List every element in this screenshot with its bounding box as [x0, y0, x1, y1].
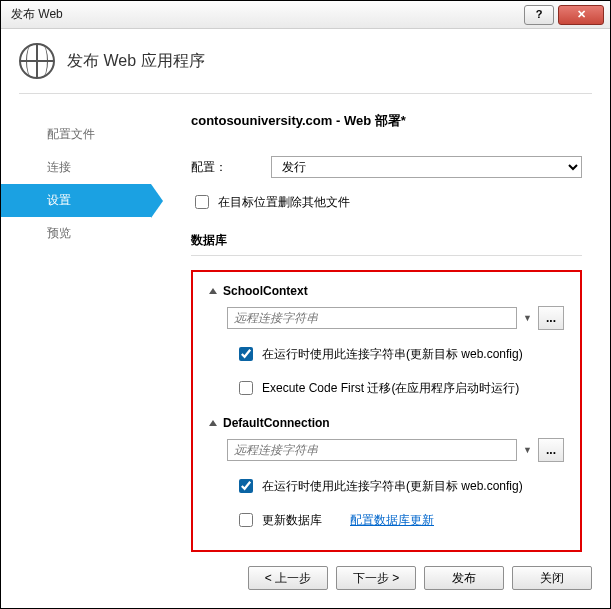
database-highlight-box: SchoolContext ▼ ... 在运行时使用此连接字符串(更新目标 we… — [191, 270, 582, 552]
database-section-rule — [191, 255, 582, 256]
connection-string-row: ▼ ... — [227, 306, 564, 330]
use-connection-label: 在运行时使用此连接字符串(更新目标 web.config) — [262, 346, 523, 363]
use-connection-row: 在运行时使用此连接字符串(更新目标 web.config) — [235, 344, 564, 364]
delete-extra-label: 在目标位置删除其他文件 — [218, 194, 350, 211]
use-connection-label: 在运行时使用此连接字符串(更新目标 web.config) — [262, 478, 523, 495]
settings-pane: contosouniversity.com - Web 部署* 配置： 发行 在… — [151, 112, 592, 552]
dialog-header: 发布 Web 应用程序 — [1, 29, 610, 93]
use-connection-checkbox[interactable] — [239, 347, 253, 361]
dropdown-icon[interactable]: ▼ — [523, 313, 532, 323]
close-button[interactable]: 关闭 — [512, 566, 592, 590]
dropdown-icon[interactable]: ▼ — [523, 445, 532, 455]
nav-item-connection[interactable]: 连接 — [1, 151, 151, 184]
site-title: contosouniversity.com - Web 部署* — [191, 112, 582, 130]
previous-button[interactable]: < 上一步 — [248, 566, 328, 590]
caret-up-icon — [209, 420, 217, 426]
configuration-label: 配置： — [191, 159, 271, 176]
wizard-nav: 配置文件 连接 设置 预览 — [1, 112, 151, 552]
dialog-body: 配置文件 连接 设置 预览 contosouniversity.com - We… — [1, 94, 610, 552]
next-button[interactable]: 下一步 > — [336, 566, 416, 590]
nav-item-profile[interactable]: 配置文件 — [1, 118, 151, 151]
dialog-title: 发布 Web 应用程序 — [67, 51, 205, 72]
database-section-title: 数据库 — [191, 232, 582, 249]
delete-extra-row: 在目标位置删除其他文件 — [191, 192, 582, 212]
nav-item-preview[interactable]: 预览 — [1, 217, 151, 250]
code-first-label: Execute Code First 迁移(在应用程序启动时运行) — [262, 380, 519, 397]
close-icon: ✕ — [577, 9, 586, 20]
use-connection-row: 在运行时使用此连接字符串(更新目标 web.config) — [235, 476, 564, 496]
configure-db-update-link[interactable]: 配置数据库更新 — [350, 512, 434, 529]
delete-extra-checkbox[interactable] — [195, 195, 209, 209]
browse-connection-button[interactable]: ... — [538, 438, 564, 462]
globe-icon — [19, 43, 55, 79]
dialog-window: 发布 Web ? ✕ 发布 Web 应用程序 配置文件 连接 设置 预览 con… — [0, 0, 611, 609]
connection-string-input[interactable] — [227, 439, 517, 461]
configuration-select[interactable]: 发行 — [271, 156, 582, 178]
db-context-name: SchoolContext — [223, 284, 308, 298]
browse-connection-button[interactable]: ... — [538, 306, 564, 330]
use-connection-checkbox[interactable] — [239, 479, 253, 493]
dialog-footer: < 上一步 下一步 > 发布 关闭 — [1, 552, 610, 608]
publish-button[interactable]: 发布 — [424, 566, 504, 590]
help-button[interactable]: ? — [524, 5, 554, 25]
connection-string-row: ▼ ... — [227, 438, 564, 462]
caret-up-icon — [209, 288, 217, 294]
configuration-row: 配置： 发行 — [191, 156, 582, 178]
db-context-name: DefaultConnection — [223, 416, 330, 430]
window-title: 发布 Web — [11, 6, 520, 23]
code-first-row: Execute Code First 迁移(在应用程序启动时运行) — [235, 378, 564, 398]
db-context-header[interactable]: DefaultConnection — [209, 416, 564, 430]
update-db-label: 更新数据库 — [262, 512, 322, 529]
update-db-row: 更新数据库 配置数据库更新 — [235, 510, 564, 530]
nav-item-settings[interactable]: 设置 — [1, 184, 151, 217]
title-bar: 发布 Web ? ✕ — [1, 1, 610, 29]
connection-string-input[interactable] — [227, 307, 517, 329]
update-db-checkbox[interactable] — [239, 513, 253, 527]
code-first-checkbox[interactable] — [239, 381, 253, 395]
window-close-button[interactable]: ✕ — [558, 5, 604, 25]
help-icon: ? — [536, 9, 543, 20]
db-context-header[interactable]: SchoolContext — [209, 284, 564, 298]
